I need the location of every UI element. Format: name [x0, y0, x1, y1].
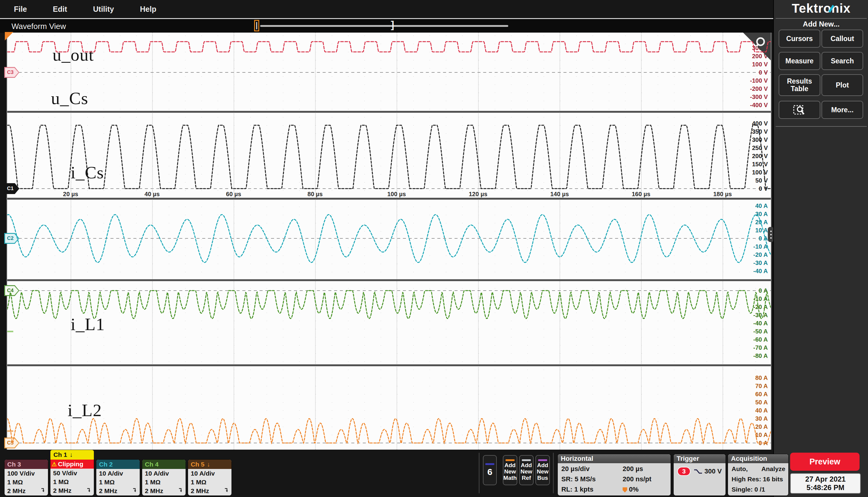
- waveform-plot-area[interactable]: 20 µs40 µs60 µs80 µs100 µs120 µs140 µs16…: [6, 32, 771, 450]
- horizontal-panel[interactable]: Horizontal20 µs/divSR: 5 MS/sRL: 1 kpts2…: [558, 454, 671, 496]
- zoom-window-bracket[interactable]: ]: [391, 19, 394, 30]
- acq-single: Single: 0 /1: [731, 484, 765, 495]
- acquisition-panel-title: Acquisition: [728, 454, 788, 463]
- callout-button[interactable]: Callout: [822, 30, 863, 48]
- menu-item-edit[interactable]: Edit: [53, 5, 67, 14]
- channel-box-ch4[interactable]: Ch 410 A/div1 MΩ2 MHz: [142, 459, 186, 496]
- plot-button[interactable]: Plot: [822, 74, 863, 96]
- probe-icon-wrap: [41, 488, 46, 494]
- more-button[interactable]: More...: [822, 101, 863, 119]
- probe-setup-icon: [224, 488, 230, 493]
- add-button-line: Add: [504, 462, 516, 468]
- horizontal-value: RL: 1 kpts: [561, 484, 593, 495]
- acq-mode: Auto,: [731, 464, 748, 474]
- channel-header: Ch 5↓: [188, 459, 231, 469]
- trigger-position-marker[interactable]: [254, 20, 259, 31]
- horizontal-value: 200 µs: [623, 464, 643, 474]
- math-count-text: 6: [487, 467, 493, 477]
- sidebar-divider: [775, 18, 867, 19]
- badge-stripe: [522, 459, 531, 461]
- acquisition-panel-body: Auto,AnalyzeHigh Res: 16 bitsSingle: 0 /…: [728, 463, 788, 496]
- add-button-line: Bus: [537, 475, 548, 481]
- probe-setup-icon: [87, 488, 92, 493]
- grip-dot: [770, 230, 772, 232]
- horizontal-value: 20 µs/div: [561, 464, 589, 474]
- clipping-warning: ⚠Clipping: [51, 459, 94, 469]
- add-button-line: New: [537, 468, 549, 475]
- trace-i-cs: [7, 215, 771, 262]
- probe-icon-wrap: [179, 488, 184, 494]
- add-button-line: New: [520, 468, 532, 475]
- probe-icon-wrap: [224, 488, 230, 494]
- warning-triangle-icon: ⚠: [52, 461, 57, 468]
- channel-name: Ch 2: [99, 461, 113, 468]
- panel-resize-grip[interactable]: [768, 227, 774, 242]
- search-button[interactable]: Search: [822, 52, 863, 70]
- channel-setting-row: 10 A/div: [96, 469, 140, 478]
- results-table-button[interactable]: ResultsTable: [779, 74, 820, 96]
- tab-bar: Waveform View ]: [0, 19, 773, 33]
- add-button-line: New: [504, 468, 516, 475]
- channel-box-ch5[interactable]: Ch 5↓10 A/div1 MΩ2 MHz: [188, 459, 231, 496]
- math-count-badge[interactable]: 6: [483, 455, 497, 485]
- channel-setting-row: 10 A/div: [188, 469, 231, 478]
- add-new-ref-button[interactable]: AddNewRef: [519, 455, 533, 485]
- channel-ch1-selected-tab[interactable]: Ch 1↓: [51, 450, 94, 459]
- horizontal-panel-title: Horizontal: [558, 454, 671, 463]
- channel-name: Ch 5: [191, 461, 204, 468]
- waveform-traces: [7, 32, 771, 450]
- channel-header: Ch 4: [142, 459, 186, 469]
- add-button-line: Add: [537, 462, 549, 468]
- probe-setup-icon: [41, 488, 46, 493]
- channel-setting-row: 50 V/div: [51, 469, 94, 478]
- zoom-box-button[interactable]: [779, 101, 820, 119]
- add-new-math-button[interactable]: AddNewMath: [503, 455, 517, 485]
- trace-u-out: [7, 42, 771, 52]
- grip-dot: [770, 234, 772, 236]
- trace-i-l2: [7, 418, 771, 443]
- probe-icon-wrap: [132, 488, 138, 494]
- add-button-line: Math: [503, 475, 517, 481]
- horizontal-value: SR: 5 MS/s: [561, 474, 596, 484]
- menu-item-file[interactable]: File: [14, 5, 27, 14]
- channel-setting-row: 10 A/div: [142, 469, 186, 478]
- sidebar-divider: [775, 126, 867, 127]
- horizontal-value: 200 ns/pt: [623, 474, 651, 484]
- measure-button[interactable]: Measure: [779, 52, 820, 70]
- probe-setup-icon: [179, 488, 184, 493]
- tektronix-logo: Tektronix: [774, 1, 868, 16]
- menu-item-utility[interactable]: Utility: [93, 5, 114, 14]
- trigger-panel[interactable]: Trigger3300 V: [674, 454, 726, 496]
- datetime-display: 27 Apr 2021 5:48:26 PM: [790, 473, 861, 494]
- menu-bar: FileEditUtilityHelp: [0, 0, 773, 18]
- channel-name: Ch 3: [7, 461, 21, 468]
- menu-item-help[interactable]: Help: [140, 5, 156, 14]
- trigger-panel-body: 3300 V: [674, 463, 726, 496]
- add-button-line: Add: [521, 462, 532, 468]
- badge-stripe: [506, 459, 515, 461]
- channel-box-ch1[interactable]: ⚠Clipping50 V/div1 MΩ2 MHz: [51, 459, 94, 496]
- add-new-bus-button[interactable]: AddNewBus: [536, 455, 550, 485]
- badge-stripe: [485, 463, 494, 465]
- add-button-line: Ref: [522, 475, 531, 481]
- tab-waveform-view[interactable]: Waveform View: [12, 22, 66, 31]
- channel-box-ch3[interactable]: Ch 3100 V/div1 MΩ2 MHz: [4, 459, 48, 496]
- preview-button[interactable]: Preview: [790, 453, 859, 471]
- acquisition-panel[interactable]: AcquisitionAuto,AnalyzeHigh Res: 16 bits…: [728, 454, 788, 496]
- position-marker-icon: [623, 487, 627, 493]
- channel-name: Ch 1: [54, 451, 67, 458]
- horizontal-position-track[interactable]: [260, 25, 508, 27]
- channel-setting-row: 1 MΩ: [142, 478, 186, 486]
- probe-setup-icon: [132, 488, 138, 493]
- channel-setting-row: 100 V/div: [4, 469, 48, 478]
- acq-resolution: High Res: 16 bits: [731, 474, 783, 484]
- add-new-heading: Add New...: [774, 20, 868, 28]
- oscilloscope-screen: FileEditUtilityHelp Waveform View ] 20 µ…: [0, 0, 868, 497]
- channel-box-ch2[interactable]: Ch 210 A/div1 MΩ2 MHz: [96, 459, 140, 496]
- trigger-level-value: 300 V: [705, 467, 722, 475]
- channel-setting-row: 1 MΩ: [51, 478, 94, 486]
- channel-name: Ch 4: [145, 461, 159, 468]
- cursors-button[interactable]: Cursors: [779, 30, 820, 48]
- horizontal-panel-body: 20 µs/divSR: 5 MS/sRL: 1 kpts200 µs200 n…: [558, 463, 671, 496]
- channel-setting-row: 1 MΩ: [96, 478, 140, 486]
